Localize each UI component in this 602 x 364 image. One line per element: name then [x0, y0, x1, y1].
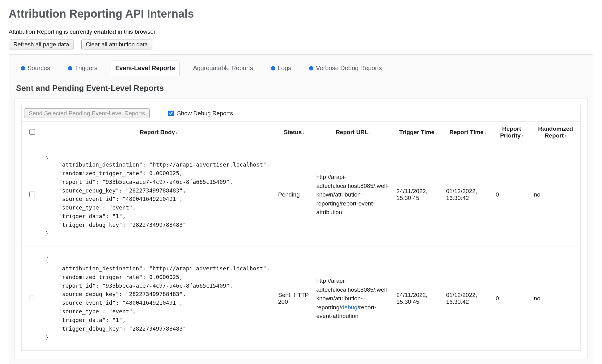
- report-time: 01/12/2022, 16:30:42: [443, 143, 493, 247]
- sort-icon: ↕: [564, 133, 566, 138]
- report-time: 01/12/2022, 16:30:42: [443, 247, 493, 350]
- reports-table: Report Body↕ Status↕ Report URL↕ Trigger…: [22, 122, 580, 351]
- report-body: { "attribution_destination": "http://ara…: [45, 152, 272, 238]
- refresh-button[interactable]: Refresh all page data: [9, 40, 74, 49]
- col-body[interactable]: Report Body↕: [42, 122, 275, 143]
- sort-icon: ↕: [176, 130, 178, 135]
- tab-label: Verbose Debug Reports: [316, 65, 382, 72]
- table-row: { "attribution_destination": "http://ara…: [22, 247, 580, 350]
- status-enabled: enabled: [94, 28, 116, 35]
- tab-dot-icon: [21, 66, 25, 70]
- table-row: { "attribution_destination": "http://ara…: [22, 143, 580, 247]
- tab-label: Sources: [28, 65, 50, 72]
- status-line: Attribution Reporting is currently enabl…: [9, 28, 593, 35]
- show-debug-label: Show Debug Reports: [177, 110, 233, 117]
- clear-all-button[interactable]: Clear all attribution data: [81, 40, 153, 49]
- col-report-time[interactable]: Report Time↕: [443, 122, 493, 143]
- tab-logs[interactable]: Logs: [266, 61, 296, 76]
- sort-icon: ↕: [435, 130, 437, 135]
- col-status-label: Status: [284, 129, 302, 135]
- col-trigger-time[interactable]: Trigger Time↕: [393, 122, 443, 143]
- tab-triggers[interactable]: Triggers: [63, 61, 102, 76]
- send-selected-button[interactable]: Send Selected Pending Event-Level Report…: [24, 108, 150, 118]
- tab-label: Aggregatable Reports: [193, 65, 253, 72]
- tab-label: Event-Level Reports: [115, 65, 175, 72]
- col-url-label: Report URL: [336, 129, 368, 135]
- status-suffix: in this browser.: [116, 28, 157, 35]
- col-randomized-label: Randomized Report: [538, 125, 573, 139]
- sort-icon: ↕: [484, 130, 486, 135]
- show-debug-toggle[interactable]: Show Debug Reports: [167, 110, 233, 117]
- select-all-checkbox[interactable]: [29, 129, 35, 135]
- status-prefix: Attribution Reporting is currently: [9, 28, 94, 35]
- report-priority: 0: [493, 143, 531, 247]
- tab-dot-icon: [68, 66, 72, 70]
- report-url: http://arapi-adtech.localhost:8085/.well…: [313, 247, 393, 350]
- col-trigger-time-label: Trigger Time: [399, 129, 435, 135]
- report-url: http://arapi-adtech.localhost:8085/.well…: [313, 143, 393, 247]
- tab-aggregatable-reports[interactable]: Aggregatable Reports: [188, 61, 258, 76]
- trigger-time: 24/11/2022, 15:30:45: [393, 143, 443, 247]
- sort-icon: ↕: [303, 130, 305, 135]
- report-priority: 0: [493, 247, 531, 350]
- col-randomized[interactable]: Randomized Report↕: [531, 122, 580, 143]
- tab-event-level-reports[interactable]: Event-Level Reports: [111, 61, 180, 76]
- tab-verbose-debug-reports[interactable]: Verbose Debug Reports: [304, 61, 386, 76]
- report-body: { "attribution_destination": "http://ara…: [45, 256, 272, 342]
- section-title: Sent and Pending Event-Level Reports: [16, 83, 588, 93]
- col-report-time-label: Report Time: [449, 129, 484, 135]
- row-select-checkbox[interactable]: [29, 192, 35, 197]
- col-priority-label: Report Priority: [500, 125, 521, 139]
- col-priority[interactable]: Report Priority↕: [493, 122, 531, 143]
- tab-dot-icon: [309, 66, 313, 70]
- tab-sources[interactable]: Sources: [16, 61, 55, 76]
- tab-dot-icon: [271, 66, 275, 70]
- sort-icon: ↕: [521, 133, 524, 138]
- reports-panel: Send Selected Pending Event-Level Report…: [14, 99, 588, 359]
- col-status[interactable]: Status↕: [275, 122, 313, 143]
- page-title: Attribution Reporting API Internals: [9, 7, 593, 20]
- show-debug-checkbox[interactable]: [168, 111, 174, 116]
- trigger-time: 24/11/2022, 15:30:45: [393, 247, 443, 350]
- col-body-label: Report Body: [140, 129, 175, 135]
- col-url[interactable]: Report URL↕: [313, 122, 393, 143]
- randomized-report: no: [531, 247, 580, 350]
- sort-icon: ↕: [369, 130, 371, 135]
- tab-label: Logs: [278, 65, 291, 72]
- report-status: Pending: [275, 143, 313, 247]
- tab-label: Triggers: [75, 65, 97, 72]
- row-select-checkbox: [29, 295, 35, 301]
- col-select-all[interactable]: [22, 122, 42, 143]
- tabs: SourcesTriggersEvent-Level ReportsAggreg…: [14, 60, 588, 76]
- report-status: Sent: HTTP 200: [275, 247, 313, 350]
- randomized-report: no: [531, 143, 580, 247]
